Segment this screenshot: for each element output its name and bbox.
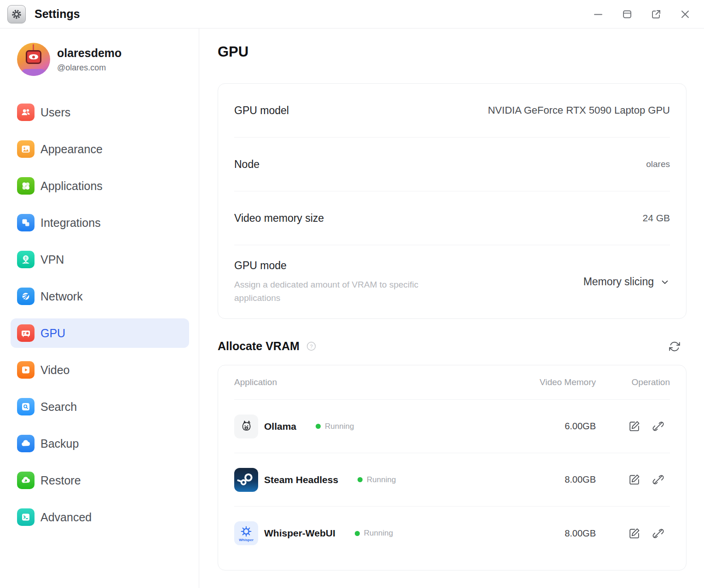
table-row: Whisper Whisper-WebUI Running 8.00GB xyxy=(234,507,670,560)
close-button[interactable] xyxy=(679,8,691,20)
sidebar-item-integrations[interactable]: Integrations xyxy=(11,208,189,237)
gpu-info-card: GPU model NVIDIA GeForce RTX 5090 Laptop… xyxy=(218,83,687,319)
table-row: Ollama Running 6.00GB xyxy=(234,400,670,453)
edit-button[interactable] xyxy=(628,420,641,432)
refresh-icon xyxy=(669,340,681,352)
sidebar-item-restore[interactable]: Restore xyxy=(11,466,189,495)
page-title: GPU xyxy=(218,44,687,60)
sidebar-menu: Users Appearance Applications Integratio… xyxy=(0,98,199,532)
sidebar-item-backup[interactable]: Backup xyxy=(11,429,189,458)
vram-size-value: 24 GB xyxy=(642,213,670,224)
sidebar-item-vpn[interactable]: VPN xyxy=(11,245,189,274)
sidebar-item-gpu[interactable]: GPU xyxy=(11,318,189,348)
popout-button[interactable] xyxy=(650,8,662,20)
sidebar-item-network[interactable]: Network xyxy=(11,282,189,311)
unbind-button[interactable] xyxy=(652,473,664,486)
info-row-gpu-model: GPU model NVIDIA GeForce RTX 5090 Laptop… xyxy=(234,84,670,138)
running-dot xyxy=(316,424,321,429)
sidebar-item-users[interactable]: Users xyxy=(11,98,189,127)
allocate-vram-header: Allocate VRAM ? xyxy=(218,340,687,353)
sidebar-item-label: Users xyxy=(40,106,70,119)
whisper-app-icon: Whisper xyxy=(234,521,258,545)
node-label: Node xyxy=(234,158,260,171)
profile-handle: @olares.com xyxy=(57,63,121,73)
column-application: Application xyxy=(234,377,499,387)
column-video-memory: Video Memory xyxy=(499,377,596,387)
app-name: Whisper-WebUI xyxy=(264,528,335,539)
app-name: Ollama xyxy=(264,421,296,432)
gpu-mode-value: Memory slicing xyxy=(583,276,654,288)
maximize-button[interactable] xyxy=(621,8,633,20)
sidebar-item-advanced[interactable]: Advanced xyxy=(11,502,189,532)
advanced-icon xyxy=(17,508,35,526)
integrations-icon xyxy=(17,214,35,231)
refresh-button[interactable] xyxy=(669,340,681,352)
restore-icon xyxy=(17,472,35,489)
ollama-app-icon xyxy=(234,415,258,438)
sidebar-item-label: Advanced xyxy=(40,511,92,524)
svg-text:?: ? xyxy=(310,344,312,349)
backup-icon xyxy=(17,435,35,452)
column-operation: Operation xyxy=(596,377,670,387)
sidebar-item-label: Restore xyxy=(40,474,81,487)
sidebar-item-applications[interactable]: Applications xyxy=(11,171,189,201)
running-dot xyxy=(358,477,363,482)
vram-size-label: Video memory size xyxy=(234,212,324,225)
chevron-down-icon xyxy=(660,277,670,287)
info-row-vram-size: Video memory size 24 GB xyxy=(234,191,670,245)
status-badge: Running xyxy=(358,475,396,484)
unlink-icon xyxy=(652,420,664,432)
memory-value: 8.00GB xyxy=(499,474,596,485)
network-icon xyxy=(17,288,35,305)
running-dot xyxy=(355,531,360,536)
sidebar: olaresdemo @olares.com Users Appearance xyxy=(0,29,199,588)
sidebar-item-label: GPU xyxy=(40,327,65,340)
status-text: Running xyxy=(325,422,354,431)
vram-allocation-table: Application Video Memory Operation Ollam… xyxy=(218,365,687,571)
maximize-icon xyxy=(622,9,633,20)
status-badge: Running xyxy=(355,529,393,538)
edit-icon xyxy=(628,420,641,432)
help-icon[interactable]: ? xyxy=(306,341,317,352)
node-value: olares xyxy=(646,159,670,169)
unlink-icon xyxy=(652,473,664,486)
gpu-mode-select[interactable]: Memory slicing xyxy=(583,276,670,288)
sidebar-item-video[interactable]: Video xyxy=(11,355,189,385)
edit-button[interactable] xyxy=(628,527,641,540)
table-row: Steam Headless Running 8.00GB xyxy=(234,453,670,507)
info-row-node: Node olares xyxy=(234,138,670,191)
minimize-button[interactable] xyxy=(592,8,604,20)
settings-app-icon xyxy=(7,5,26,23)
search-icon xyxy=(17,398,35,415)
sidebar-item-search[interactable]: Search xyxy=(11,392,189,421)
avatar xyxy=(17,43,50,76)
gpu-model-value: NVIDIA GeForce RTX 5090 Laptop GPU xyxy=(488,104,670,116)
users-icon xyxy=(17,104,35,121)
edit-button[interactable] xyxy=(628,473,641,486)
applications-icon xyxy=(17,177,35,195)
sidebar-item-label: Backup xyxy=(40,437,79,450)
gpu-icon xyxy=(17,324,35,342)
profile-name: olaresdemo xyxy=(57,46,121,60)
video-icon xyxy=(17,361,35,379)
app-name: Steam Headless xyxy=(264,474,338,485)
sidebar-item-label: Applications xyxy=(40,179,103,193)
unbind-button[interactable] xyxy=(652,420,664,432)
gpu-mode-label: GPU mode xyxy=(234,259,460,272)
edit-icon xyxy=(628,527,641,540)
info-row-gpu-mode: GPU mode Assign a dedicated amount of VR… xyxy=(234,245,670,318)
allocate-vram-title: Allocate VRAM xyxy=(218,340,300,353)
status-text: Running xyxy=(367,475,396,484)
sidebar-item-label: Video xyxy=(40,363,70,377)
edit-icon xyxy=(628,473,641,486)
sidebar-item-appearance[interactable]: Appearance xyxy=(11,134,189,164)
sidebar-item-label: Network xyxy=(40,290,83,303)
sidebar-item-label: Appearance xyxy=(40,143,103,156)
whisper-badge-text: Whisper xyxy=(239,538,254,542)
memory-value: 6.00GB xyxy=(499,421,596,432)
gpu-mode-description: Assign a dedicated amount of VRAM to spe… xyxy=(234,278,460,305)
gpu-model-label: GPU model xyxy=(234,104,289,117)
appearance-icon xyxy=(17,140,35,158)
unbind-button[interactable] xyxy=(652,527,664,540)
minimize-icon xyxy=(593,9,604,20)
